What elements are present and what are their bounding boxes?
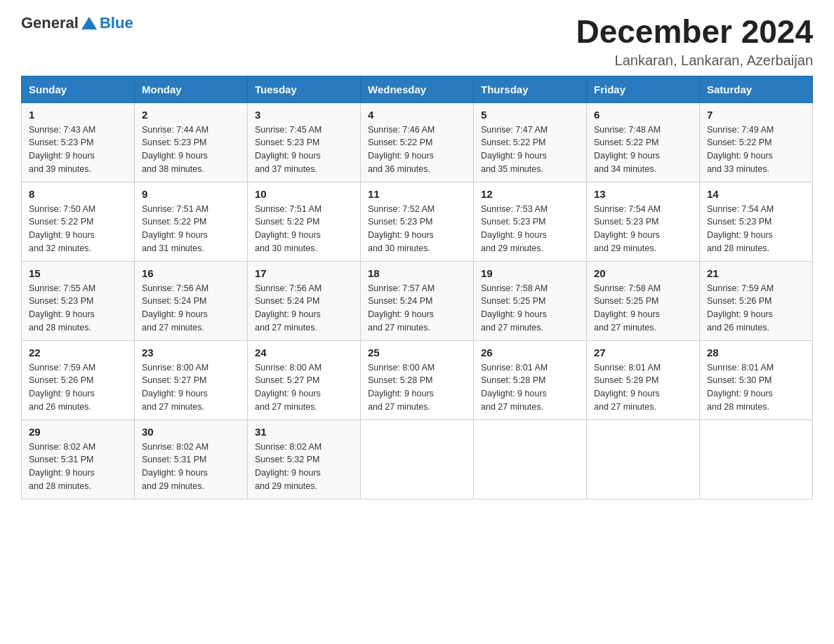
day-number: 31	[255, 426, 353, 438]
day-number: 21	[707, 267, 805, 279]
calendar-cell: 22 Sunrise: 7:59 AMSunset: 5:26 PMDaylig…	[22, 340, 135, 420]
day-number: 13	[594, 188, 692, 200]
day-info: Sunrise: 8:00 AMSunset: 5:27 PMDaylight:…	[142, 361, 240, 414]
calendar-cell: 28 Sunrise: 8:01 AMSunset: 5:30 PMDaylig…	[700, 340, 813, 420]
day-info: Sunrise: 7:56 AMSunset: 5:24 PMDaylight:…	[255, 282, 353, 335]
col-tuesday: Tuesday	[248, 76, 361, 102]
day-info: Sunrise: 7:58 AMSunset: 5:25 PMDaylight:…	[594, 282, 692, 335]
calendar-cell: 14 Sunrise: 7:54 AMSunset: 5:23 PMDaylig…	[700, 182, 813, 261]
calendar-cell	[361, 420, 474, 499]
day-number: 14	[707, 188, 805, 200]
day-info: Sunrise: 7:54 AMSunset: 5:23 PMDaylight:…	[707, 203, 805, 255]
logo-triangle-icon	[81, 15, 97, 31]
day-info: Sunrise: 8:00 AMSunset: 5:28 PMDaylight:…	[368, 361, 466, 414]
day-number: 5	[481, 109, 579, 121]
day-info: Sunrise: 8:00 AMSunset: 5:27 PMDaylight:…	[255, 361, 353, 414]
calendar-cell: 12 Sunrise: 7:53 AMSunset: 5:23 PMDaylig…	[474, 182, 587, 261]
day-number: 2	[142, 109, 240, 121]
calendar-cell: 7 Sunrise: 7:49 AMSunset: 5:22 PMDayligh…	[700, 102, 813, 182]
day-number: 4	[368, 109, 466, 121]
col-sunday: Sunday	[22, 76, 135, 102]
calendar-cell: 9 Sunrise: 7:51 AMSunset: 5:22 PMDayligh…	[135, 182, 248, 261]
calendar-cell: 1 Sunrise: 7:43 AMSunset: 5:23 PMDayligh…	[22, 102, 135, 182]
day-number: 6	[594, 109, 692, 121]
day-info: Sunrise: 7:57 AMSunset: 5:24 PMDaylight:…	[368, 282, 466, 335]
calendar-cell: 17 Sunrise: 7:56 AMSunset: 5:24 PMDaylig…	[248, 261, 361, 340]
day-info: Sunrise: 8:01 AMSunset: 5:28 PMDaylight:…	[481, 361, 579, 414]
day-info: Sunrise: 8:02 AMSunset: 5:32 PMDaylight:…	[255, 441, 353, 493]
calendar-cell: 24 Sunrise: 8:00 AMSunset: 5:27 PMDaylig…	[248, 340, 361, 420]
calendar-cell: 15 Sunrise: 7:55 AMSunset: 5:23 PMDaylig…	[22, 261, 135, 340]
week-row-3: 15 Sunrise: 7:55 AMSunset: 5:23 PMDaylig…	[22, 261, 813, 340]
calendar-cell: 30 Sunrise: 8:02 AMSunset: 5:31 PMDaylig…	[135, 420, 248, 499]
calendar-cell: 3 Sunrise: 7:45 AMSunset: 5:23 PMDayligh…	[248, 102, 361, 182]
day-info: Sunrise: 7:50 AMSunset: 5:22 PMDaylight:…	[29, 203, 127, 255]
day-info: Sunrise: 8:01 AMSunset: 5:30 PMDaylight:…	[707, 361, 805, 414]
day-number: 17	[255, 267, 353, 279]
day-info: Sunrise: 7:44 AMSunset: 5:23 PMDaylight:…	[142, 123, 240, 176]
week-row-5: 29 Sunrise: 8:02 AMSunset: 5:31 PMDaylig…	[22, 420, 813, 499]
calendar-cell: 19 Sunrise: 7:58 AMSunset: 5:25 PMDaylig…	[474, 261, 587, 340]
day-info: Sunrise: 7:58 AMSunset: 5:25 PMDaylight:…	[481, 282, 579, 335]
calendar-cell: 4 Sunrise: 7:46 AMSunset: 5:22 PMDayligh…	[361, 102, 474, 182]
day-info: Sunrise: 7:43 AMSunset: 5:23 PMDaylight:…	[29, 123, 127, 176]
day-info: Sunrise: 7:51 AMSunset: 5:22 PMDaylight:…	[255, 203, 353, 255]
day-number: 16	[142, 267, 240, 279]
calendar-cell: 20 Sunrise: 7:58 AMSunset: 5:25 PMDaylig…	[587, 261, 700, 340]
day-info: Sunrise: 7:59 AMSunset: 5:26 PMDaylight:…	[29, 361, 127, 414]
calendar-cell: 8 Sunrise: 7:50 AMSunset: 5:22 PMDayligh…	[22, 182, 135, 261]
day-number: 3	[255, 109, 353, 121]
week-row-4: 22 Sunrise: 7:59 AMSunset: 5:26 PMDaylig…	[22, 340, 813, 420]
calendar-cell: 31 Sunrise: 8:02 AMSunset: 5:32 PMDaylig…	[248, 420, 361, 499]
calendar-cell: 5 Sunrise: 7:47 AMSunset: 5:22 PMDayligh…	[474, 102, 587, 182]
week-row-2: 8 Sunrise: 7:50 AMSunset: 5:22 PMDayligh…	[22, 182, 813, 261]
calendar-cell: 11 Sunrise: 7:52 AMSunset: 5:23 PMDaylig…	[361, 182, 474, 261]
col-thursday: Thursday	[474, 76, 587, 102]
logo: General Blue	[21, 14, 133, 32]
calendar-cell: 18 Sunrise: 7:57 AMSunset: 5:24 PMDaylig…	[361, 261, 474, 340]
title-block: December 2024 Lankaran, Lankaran, Azerba…	[576, 14, 813, 69]
day-number: 27	[594, 347, 692, 358]
col-saturday: Saturday	[700, 76, 813, 102]
day-info: Sunrise: 7:47 AMSunset: 5:22 PMDaylight:…	[481, 123, 579, 176]
day-number: 10	[255, 188, 353, 200]
day-number: 29	[29, 426, 127, 438]
page-header: General Blue December 2024 Lankaran, Lan…	[21, 14, 813, 69]
day-info: Sunrise: 7:59 AMSunset: 5:26 PMDaylight:…	[707, 282, 805, 335]
location-subtitle: Lankaran, Lankaran, Azerbaijan	[576, 53, 813, 69]
calendar-cell	[700, 420, 813, 499]
calendar-cell: 10 Sunrise: 7:51 AMSunset: 5:22 PMDaylig…	[248, 182, 361, 261]
day-info: Sunrise: 8:02 AMSunset: 5:31 PMDaylight:…	[29, 441, 127, 493]
week-row-1: 1 Sunrise: 7:43 AMSunset: 5:23 PMDayligh…	[22, 102, 813, 182]
day-info: Sunrise: 7:46 AMSunset: 5:22 PMDaylight:…	[368, 123, 466, 176]
day-number: 25	[368, 347, 466, 358]
calendar-cell: 21 Sunrise: 7:59 AMSunset: 5:26 PMDaylig…	[700, 261, 813, 340]
col-friday: Friday	[587, 76, 700, 102]
day-number: 1	[29, 109, 127, 121]
day-number: 20	[594, 267, 692, 279]
day-number: 26	[481, 347, 579, 358]
calendar-cell: 6 Sunrise: 7:48 AMSunset: 5:22 PMDayligh…	[587, 102, 700, 182]
calendar-cell: 26 Sunrise: 8:01 AMSunset: 5:28 PMDaylig…	[474, 340, 587, 420]
day-number: 15	[29, 267, 127, 279]
col-monday: Monday	[135, 76, 248, 102]
day-number: 9	[142, 188, 240, 200]
svg-marker-0	[81, 17, 97, 29]
day-number: 11	[368, 188, 466, 200]
day-number: 7	[707, 109, 805, 121]
calendar-cell	[474, 420, 587, 499]
day-info: Sunrise: 7:51 AMSunset: 5:22 PMDaylight:…	[142, 203, 240, 255]
calendar-table: Sunday Monday Tuesday Wednesday Thursday…	[21, 76, 813, 499]
header-row: Sunday Monday Tuesday Wednesday Thursday…	[22, 76, 813, 102]
calendar-cell: 23 Sunrise: 8:00 AMSunset: 5:27 PMDaylig…	[135, 340, 248, 420]
calendar-cell: 25 Sunrise: 8:00 AMSunset: 5:28 PMDaylig…	[361, 340, 474, 420]
calendar-cell	[587, 420, 700, 499]
calendar-cell: 13 Sunrise: 7:54 AMSunset: 5:23 PMDaylig…	[587, 182, 700, 261]
day-number: 28	[707, 347, 805, 358]
day-number: 30	[142, 426, 240, 438]
calendar-cell: 27 Sunrise: 8:01 AMSunset: 5:29 PMDaylig…	[587, 340, 700, 420]
logo-blue-text: Blue	[100, 14, 133, 32]
day-info: Sunrise: 8:01 AMSunset: 5:29 PMDaylight:…	[594, 361, 692, 414]
day-number: 12	[481, 188, 579, 200]
day-info: Sunrise: 7:45 AMSunset: 5:23 PMDaylight:…	[255, 123, 353, 176]
